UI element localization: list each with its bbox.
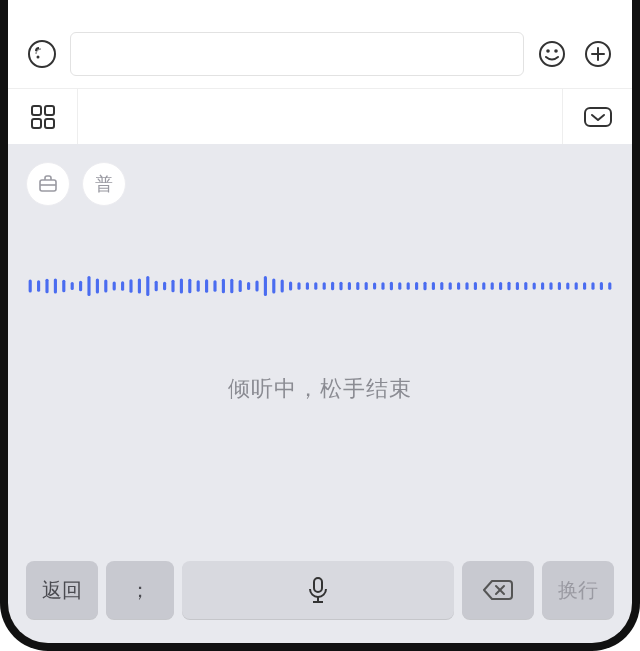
plus-icon[interactable] <box>580 36 616 72</box>
svg-rect-9 <box>45 106 54 115</box>
backspace-button[interactable] <box>462 561 534 619</box>
voice-mode-pills: 普 <box>26 162 614 206</box>
language-mode-label: 普 <box>95 172 113 196</box>
voice-key-row: 返回 ； 换行 <box>26 543 614 619</box>
svg-point-3 <box>546 49 550 53</box>
voice-wave-icon[interactable] <box>24 36 60 72</box>
svg-rect-85 <box>314 578 322 592</box>
svg-point-0 <box>29 41 55 67</box>
svg-point-1 <box>37 56 40 59</box>
return-button[interactable]: 返回 <box>26 561 98 619</box>
voice-waveform <box>26 256 614 316</box>
collapse-keyboard-button[interactable] <box>562 89 632 144</box>
message-input[interactable] <box>70 32 524 76</box>
language-mode-button[interactable]: 普 <box>82 162 126 206</box>
microphone-button[interactable] <box>182 561 454 619</box>
apps-grid-icon[interactable] <box>8 89 78 144</box>
svg-rect-10 <box>32 119 41 128</box>
punctuation-button[interactable]: ； <box>106 561 174 619</box>
voice-status-text: 倾听中，松手结束 <box>26 374 614 404</box>
punctuation-label: ； <box>130 577 150 604</box>
briefcase-icon <box>37 173 59 195</box>
newline-label: 换行 <box>558 577 598 604</box>
microphone-icon <box>305 575 331 605</box>
svg-rect-8 <box>32 106 41 115</box>
briefcase-mode-button[interactable] <box>26 162 70 206</box>
emoji-icon[interactable] <box>534 36 570 72</box>
message-input-bar <box>8 20 632 88</box>
svg-rect-11 <box>45 119 54 128</box>
keyboard-top-bar <box>8 88 632 144</box>
return-label: 返回 <box>42 577 82 604</box>
chat-area <box>8 0 632 20</box>
newline-button[interactable]: 换行 <box>542 561 614 619</box>
svg-rect-12 <box>585 108 611 126</box>
svg-point-4 <box>554 49 558 53</box>
svg-point-2 <box>540 42 564 66</box>
voice-input-panel: 普 倾听中，松手结束 返回 ； <box>8 144 632 643</box>
backspace-icon <box>482 578 514 602</box>
